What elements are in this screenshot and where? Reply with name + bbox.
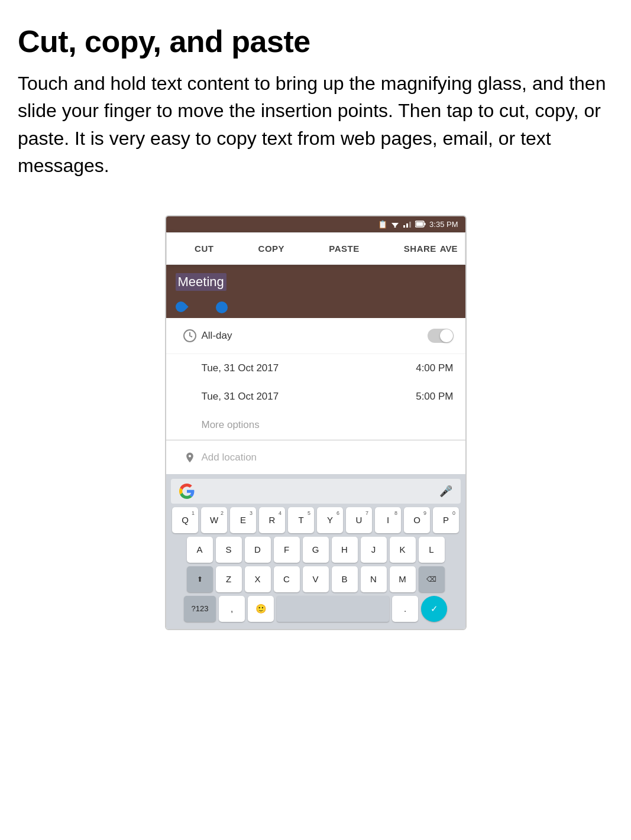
more-options[interactable]: More options (166, 411, 465, 440)
svg-rect-4 (406, 223, 408, 228)
key-m[interactable]: M (390, 566, 416, 592)
keyboard-row-2: A S D F G H J K L (169, 537, 463, 563)
google-search-bar[interactable]: 🎤 (171, 479, 461, 504)
selected-text: Meeting (176, 273, 226, 291)
key-period[interactable]: . (392, 596, 418, 622)
svg-rect-8 (425, 223, 426, 225)
key-s[interactable]: S (216, 537, 242, 563)
key-d[interactable]: D (245, 537, 271, 563)
phone-mockup: 📋 3:35 PM CUT COPY PASTE (165, 215, 467, 630)
time-1: 4:00 PM (416, 362, 453, 374)
date-1: Tue, 31 Oct 2017 (202, 362, 279, 374)
google-logo (179, 484, 195, 499)
all-day-content: All-day (202, 329, 454, 343)
svg-point-2 (394, 226, 396, 228)
all-day-label: All-day (202, 330, 232, 342)
clock-icon-area (178, 329, 202, 343)
pin-icon (184, 452, 196, 463)
date-row-2[interactable]: Tue, 31 Oct 2017 5:00 PM (166, 382, 465, 411)
location-placeholder: Add location (202, 452, 257, 463)
page-description: Touch and hold text content to bring up … (18, 70, 613, 180)
key-j[interactable]: J (361, 537, 387, 563)
key-enter[interactable]: ✓ (421, 596, 447, 622)
key-u[interactable]: U7 (346, 507, 372, 533)
key-o[interactable]: O9 (404, 507, 430, 533)
text-field-area[interactable]: Meeting (166, 265, 465, 318)
key-x[interactable]: X (245, 566, 271, 592)
keyboard: 🎤 Q1 W2 E3 R4 T5 Y6 U7 I8 O9 P0 A S D F … (166, 474, 465, 629)
mic-icon[interactable]: 🎤 (439, 485, 452, 498)
status-time: 3:35 PM (429, 220, 458, 229)
key-space[interactable] (277, 596, 389, 622)
key-k[interactable]: K (390, 537, 416, 563)
key-t[interactable]: T5 (288, 507, 314, 533)
key-emoji[interactable]: 🙂 (248, 596, 274, 622)
keyboard-row-3: ⬆ Z X C V B N M ⌫ (169, 566, 463, 592)
key-n[interactable]: N (361, 566, 387, 592)
copy-button[interactable]: COPY (254, 241, 290, 256)
location-row[interactable]: Add location (166, 440, 465, 474)
all-day-row: All-day (166, 318, 465, 354)
key-p[interactable]: P0 (433, 507, 459, 533)
context-menu: CUT COPY PASTE SHARE AVE (166, 232, 465, 265)
key-symbols[interactable]: ?123 (184, 596, 216, 622)
key-r[interactable]: R4 (259, 507, 285, 533)
keyboard-row-4: ?123 , 🙂 . ✓ (169, 596, 463, 622)
key-w[interactable]: W2 (201, 507, 227, 533)
status-bar: 📋 3:35 PM (166, 216, 465, 232)
key-c[interactable]: C (274, 566, 300, 592)
calendar-form: All-day Tue, 31 Oct 2017 4:00 PM Tue, 31… (166, 318, 465, 474)
all-day-toggle[interactable] (428, 329, 454, 343)
wifi-icon (390, 220, 400, 228)
date-2: Tue, 31 Oct 2017 (202, 391, 279, 403)
key-y[interactable]: Y6 (317, 507, 343, 533)
cursor-handle-right (216, 301, 228, 313)
page-title: Cut, copy, and paste (18, 24, 613, 59)
key-e[interactable]: E3 (230, 507, 256, 533)
key-q[interactable]: Q1 (172, 507, 198, 533)
clock-icon (183, 329, 197, 343)
svg-rect-5 (409, 222, 411, 228)
share-button[interactable]: SHARE (399, 241, 441, 256)
save-label: AVE (440, 244, 458, 254)
key-v[interactable]: V (303, 566, 329, 592)
location-icon-area (178, 452, 202, 463)
key-l[interactable]: L (419, 537, 445, 563)
paste-button[interactable]: PASTE (324, 241, 364, 256)
key-g[interactable]: G (303, 537, 329, 563)
key-comma[interactable]: , (219, 596, 245, 622)
clipboard-icon: 📋 (378, 220, 387, 229)
signal-icon (403, 220, 412, 228)
key-shift[interactable]: ⬆ (187, 566, 213, 592)
svg-rect-7 (416, 222, 423, 226)
time-2: 5:00 PM (416, 391, 453, 403)
key-f[interactable]: F (274, 537, 300, 563)
key-b[interactable]: B (332, 566, 358, 592)
key-backspace[interactable]: ⌫ (419, 566, 445, 592)
key-z[interactable]: Z (216, 566, 242, 592)
keyboard-row-1: Q1 W2 E3 R4 T5 Y6 U7 I8 O9 P0 (169, 507, 463, 533)
key-h[interactable]: H (332, 537, 358, 563)
cut-button[interactable]: CUT (190, 241, 218, 256)
battery-icon (415, 220, 426, 228)
status-icons: 📋 (378, 220, 426, 229)
date-row-1[interactable]: Tue, 31 Oct 2017 4:00 PM (166, 354, 465, 382)
cursor-handle-left (173, 299, 188, 314)
key-i[interactable]: I8 (375, 507, 401, 533)
svg-rect-3 (403, 225, 405, 228)
key-a[interactable]: A (187, 537, 213, 563)
